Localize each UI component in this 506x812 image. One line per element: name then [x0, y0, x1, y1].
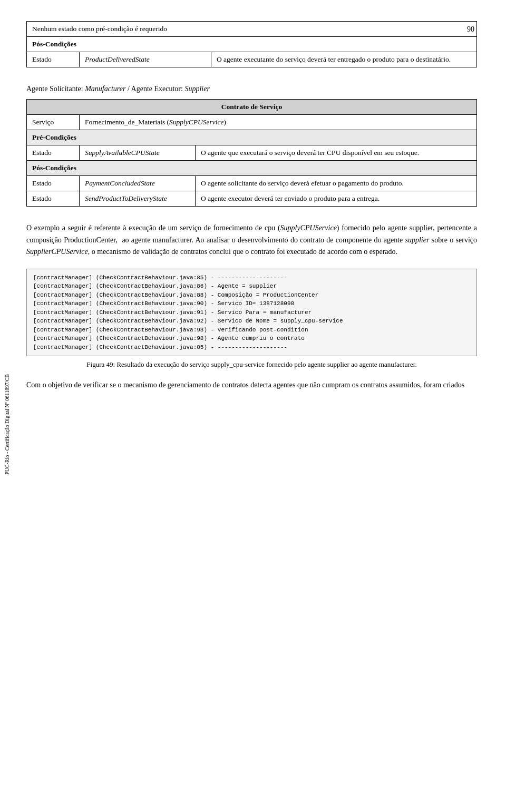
- code-line: [contractManager] (CheckContractBehaviou…: [33, 308, 470, 317]
- service-label-cell: Serviço: [27, 115, 80, 130]
- page-number: 90: [467, 25, 474, 34]
- first-table: Nenhum estado como pré-condição é requer…: [26, 21, 477, 67]
- body-paragraph-2: Com o objetivo de verificar se o mecanis…: [26, 379, 477, 391]
- code-block: [contractManager] (CheckContractBehaviou…: [26, 269, 477, 357]
- state-name-cell: ProductDeliveredState: [80, 52, 211, 67]
- code-line: [contractManager] (CheckContractBehaviou…: [33, 291, 470, 300]
- code-line: [contractManager] (CheckContractBehaviou…: [33, 326, 470, 335]
- pos-conditions-header-2: Pós-Condições: [27, 161, 477, 176]
- agent-info: Agente Solicitante: Manufacturer / Agent…: [26, 83, 477, 95]
- pos-condition-desc-2: O agente executor deverá ter enviado o p…: [196, 191, 477, 207]
- table-row: Pós-Condições: [27, 37, 477, 52]
- table-row: Estado PaymentConcludedState O agente so…: [27, 176, 477, 191]
- pos-conditions-header: Pós-Condições: [27, 37, 477, 52]
- table-row: Estado SupplyAvailableCPUState O agente …: [27, 145, 477, 161]
- code-line: [contractManager] (CheckContractBehaviou…: [33, 343, 470, 352]
- figure-caption: Figura 49: Resultado da execução do serv…: [26, 360, 477, 369]
- code-line: [contractManager] (CheckContractBehaviou…: [33, 334, 470, 343]
- service-value-cell: Fornecimento_de_Materiais (SupplyCPUServ…: [80, 115, 477, 130]
- code-line: [contractManager] (CheckContractBehaviou…: [33, 273, 470, 282]
- table-row: Contrato de Serviço: [27, 100, 477, 115]
- contract-header: Contrato de Serviço: [27, 100, 477, 115]
- contract-table: Contrato de Serviço Serviço Fornecimento…: [26, 99, 477, 207]
- payment-concluded-state: PaymentConcludedState: [80, 176, 196, 191]
- table-row: Nenhum estado como pré-condição é requer…: [27, 22, 477, 37]
- table-row: Estado SendProductToDeliveryState O agen…: [27, 191, 477, 207]
- code-line: [contractManager] (CheckContractBehaviou…: [33, 282, 470, 291]
- sidebar-text: PUC-Rio - Certificação Digital Nº 061189…: [4, 374, 10, 475]
- estado-label-2: Estado: [27, 176, 80, 191]
- table-row: Estado ProductDeliveredState O agente ex…: [27, 52, 477, 67]
- code-line: [contractManager] (CheckContractBehaviou…: [33, 299, 470, 308]
- description-cell: O agente executante do serviço deverá te…: [211, 52, 477, 67]
- no-precondition-cell: Nenhum estado como pré-condição é requer…: [27, 22, 477, 37]
- table-row: Pré-Condições: [27, 130, 477, 145]
- body-paragraph-1: O exemplo a seguir é referente à execuçã…: [26, 222, 477, 258]
- pre-conditions-header: Pré-Condições: [27, 130, 477, 145]
- table-row: Serviço Fornecimento_de_Materiais (Suppl…: [27, 115, 477, 130]
- estado-label-3: Estado: [27, 191, 80, 207]
- no-precondition-text: Nenhum estado como pré-condição é requer…: [32, 25, 167, 33]
- page-wrapper: 90 PUC-Rio - Certificação Digital Nº 061…: [0, 16, 506, 812]
- main-content: Nenhum estado como pré-condição é requer…: [26, 16, 477, 391]
- estado-cell: Estado: [27, 52, 80, 67]
- send-product-state: SendProductToDeliveryState: [80, 191, 196, 207]
- estado-label: Estado: [27, 145, 80, 161]
- table-row: Pós-Condições: [27, 161, 477, 176]
- supply-available-state: SupplyAvailableCPUState: [80, 145, 196, 161]
- code-line: [contractManager] (CheckContractBehaviou…: [33, 317, 470, 326]
- pos-condition-desc-1: O agente solicitante do serviço deverá e…: [196, 176, 477, 191]
- pre-condition-desc: O agente que executará o serviço deverá …: [196, 145, 477, 161]
